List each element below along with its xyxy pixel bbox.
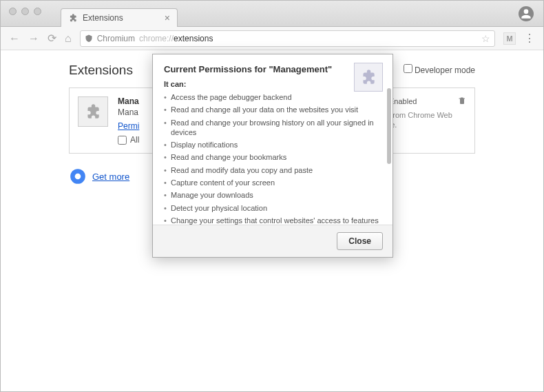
address-bar[interactable]: Chromium chrome://extensions ☆ bbox=[80, 30, 495, 47]
tab-close-button[interactable]: × bbox=[165, 12, 170, 23]
window-maximize-button[interactable] bbox=[34, 8, 41, 15]
nav-forward-button[interactable]: → bbox=[28, 32, 39, 45]
window-close-button[interactable] bbox=[9, 8, 17, 15]
url-scheme-label: Chromium bbox=[97, 34, 135, 43]
permission-item: Read and change all your data on the web… bbox=[164, 105, 381, 114]
window-minimize-button[interactable] bbox=[21, 8, 29, 15]
enabled-label: Enabled bbox=[389, 97, 417, 105]
scrollbar-thumb[interactable] bbox=[387, 88, 391, 164]
url-toolbar: ← → ⟳ ⌂ Chromium chrome://extensions ☆ M… bbox=[1, 27, 543, 50]
window-controls bbox=[9, 8, 41, 15]
permissions-list: Access the page debugger backendRead and… bbox=[164, 92, 381, 225]
permission-item: Manage your downloads bbox=[164, 190, 381, 200]
modal-footer: Close bbox=[153, 225, 393, 257]
developer-mode-toggle[interactable]: Developer mode bbox=[404, 64, 475, 75]
url-path: extensions bbox=[174, 34, 213, 43]
permission-item: Display notifications bbox=[164, 140, 381, 149]
permissions-link[interactable]: Permi bbox=[118, 121, 139, 131]
extension-thumbnail bbox=[78, 96, 108, 127]
profile-avatar[interactable] bbox=[519, 6, 534, 21]
browser-menu-button[interactable]: ⋮ bbox=[524, 32, 535, 45]
browser-tab[interactable]: Extensions × bbox=[61, 8, 178, 27]
modal-body: It can: Access the page debugger backend… bbox=[153, 80, 393, 225]
get-more-link[interactable]: Get more bbox=[92, 172, 129, 182]
url-prefix: chrome:// bbox=[139, 34, 174, 43]
extension-favicon-icon bbox=[68, 13, 78, 23]
svg-point-1 bbox=[75, 174, 81, 180]
page-info-icon bbox=[85, 34, 93, 43]
webstore-icon bbox=[69, 167, 87, 185]
nav-home-button[interactable]: ⌂ bbox=[65, 32, 72, 45]
permission-item: Read and change your bookmarks bbox=[164, 152, 381, 162]
trash-icon[interactable] bbox=[458, 96, 466, 106]
window-titlebar: Extensions × bbox=[1, 1, 543, 27]
permissions-modal: Current Permissions for "Management" It … bbox=[152, 54, 393, 258]
close-button[interactable]: Close bbox=[337, 232, 383, 250]
permission-item: Read and modify data you copy and paste bbox=[164, 165, 381, 175]
allow-incognito-label: All bbox=[130, 135, 139, 145]
permission-item: Read and change your browsing history on… bbox=[164, 118, 381, 138]
tab-title: Extensions bbox=[83, 13, 123, 23]
modal-subtitle: It can: bbox=[164, 80, 381, 88]
nav-back-button[interactable]: ← bbox=[9, 32, 20, 45]
developer-mode-checkbox[interactable] bbox=[404, 64, 412, 73]
puzzle-piece-icon bbox=[84, 103, 102, 121]
extension-badge-m[interactable]: M bbox=[503, 32, 516, 45]
permission-item: Change your settings that control websit… bbox=[164, 216, 381, 225]
permission-item: Detect your physical location bbox=[164, 203, 381, 213]
permission-item: Capture content of your screen bbox=[164, 178, 381, 187]
nav-reload-button[interactable]: ⟳ bbox=[48, 32, 56, 45]
permission-item: Access the page debugger backend bbox=[164, 92, 381, 102]
bookmark-star-icon[interactable]: ☆ bbox=[481, 33, 490, 44]
allow-incognito-checkbox[interactable] bbox=[118, 136, 127, 145]
